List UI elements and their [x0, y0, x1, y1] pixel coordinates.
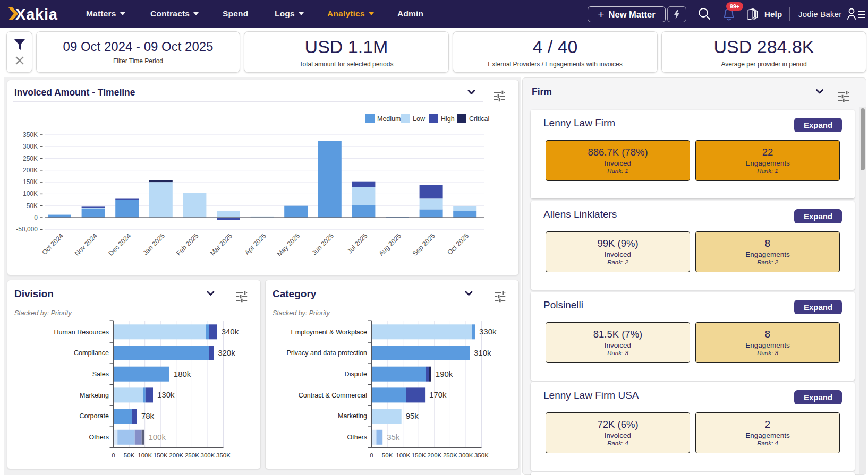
svg-text:Marketing: Marketing: [338, 412, 367, 420]
svg-text:Category: Category: [273, 288, 317, 299]
svg-text:250K: 250K: [443, 452, 457, 459]
svg-text:Low: Low: [413, 115, 426, 123]
svg-text:High: High: [441, 115, 455, 123]
svg-text:150K: 150K: [23, 178, 38, 186]
svg-text:100K: 100K: [23, 190, 38, 197]
svg-text:May 2025: May 2025: [276, 232, 302, 258]
svg-text:Jul 2025: Jul 2025: [346, 232, 369, 255]
svg-text:300K: 300K: [459, 452, 473, 459]
svg-text:Sales: Sales: [92, 370, 109, 378]
svg-text:Jun 2025: Jun 2025: [311, 232, 335, 256]
svg-text:Oct 2024: Oct 2024: [40, 232, 65, 256]
svg-text:Apr 2025: Apr 2025: [243, 232, 268, 256]
svg-text:Nov 2024: Nov 2024: [73, 232, 99, 257]
svg-text:Employment & Workplace: Employment & Workplace: [291, 329, 367, 336]
svg-text:340k: 340k: [222, 327, 239, 336]
svg-text:350K: 350K: [216, 452, 231, 459]
svg-text:250K: 250K: [23, 155, 38, 162]
svg-text:95k: 95k: [406, 411, 419, 420]
svg-text:130k: 130k: [157, 390, 175, 399]
svg-text:330k: 330k: [479, 327, 497, 336]
svg-text:Contract & Commercial: Contract & Commercial: [299, 392, 367, 399]
svg-text:0: 0: [112, 452, 115, 459]
svg-text:Dec 2024: Dec 2024: [107, 232, 133, 257]
svg-text:300K: 300K: [23, 143, 38, 150]
svg-text:78k: 78k: [141, 411, 155, 420]
svg-text:0: 0: [34, 214, 38, 221]
svg-text:300K: 300K: [201, 452, 215, 459]
svg-text:50K: 50K: [124, 452, 135, 459]
svg-text:190k: 190k: [436, 369, 453, 378]
svg-text:0: 0: [370, 452, 373, 459]
svg-text:50K: 50K: [27, 202, 38, 210]
svg-text:Medium: Medium: [377, 115, 401, 123]
svg-text:35k: 35k: [387, 433, 400, 442]
svg-text:Critical: Critical: [469, 115, 489, 123]
svg-text:350K: 350K: [23, 131, 38, 139]
svg-text:Stacked by: Priority: Stacked by: Priority: [273, 309, 330, 317]
svg-text:200K: 200K: [427, 452, 441, 459]
svg-text:170k: 170k: [429, 390, 447, 399]
svg-text:Corporate: Corporate: [79, 412, 109, 420]
svg-text:Compliance: Compliance: [74, 349, 109, 357]
svg-text:Marketing: Marketing: [80, 392, 109, 399]
svg-text:-50,000: -50,000: [16, 226, 38, 233]
svg-text:100K: 100K: [396, 452, 410, 459]
svg-text:100k: 100k: [148, 433, 166, 442]
svg-text:200K: 200K: [169, 452, 183, 459]
svg-text:Privacy and data protection: Privacy and data protection: [287, 349, 368, 357]
svg-text:180k: 180k: [174, 369, 191, 378]
svg-text:Sep 2025: Sep 2025: [411, 232, 437, 257]
svg-text:Xakia: Xakia: [15, 6, 58, 22]
svg-text:200K: 200K: [23, 167, 38, 174]
svg-text:250K: 250K: [185, 452, 199, 459]
svg-text:150K: 150K: [154, 452, 168, 459]
svg-text:Invoiced Amount - Timeline: Invoiced Amount - Timeline: [14, 87, 135, 98]
svg-text:350K: 350K: [474, 452, 489, 459]
svg-text:Stacked by: Priority: Stacked by: Priority: [14, 309, 72, 317]
svg-text:100K: 100K: [138, 452, 152, 459]
svg-text:Division: Division: [14, 288, 54, 299]
svg-text:150K: 150K: [412, 452, 426, 459]
svg-text:Others: Others: [89, 434, 109, 441]
svg-text:Dispute: Dispute: [345, 370, 367, 378]
svg-text:Mar 2025: Mar 2025: [209, 232, 234, 257]
svg-text:320k: 320k: [218, 348, 235, 357]
svg-text:Feb 2025: Feb 2025: [175, 232, 200, 257]
svg-text:Jan 2025: Jan 2025: [142, 232, 166, 256]
svg-text:Aug 2025: Aug 2025: [377, 232, 403, 257]
svg-text:Others: Others: [347, 434, 367, 441]
svg-text:Oct 2025: Oct 2025: [446, 232, 471, 256]
svg-text:Human Resources: Human Resources: [54, 329, 109, 336]
svg-text:50K: 50K: [382, 452, 393, 459]
svg-text:310k: 310k: [474, 348, 491, 357]
